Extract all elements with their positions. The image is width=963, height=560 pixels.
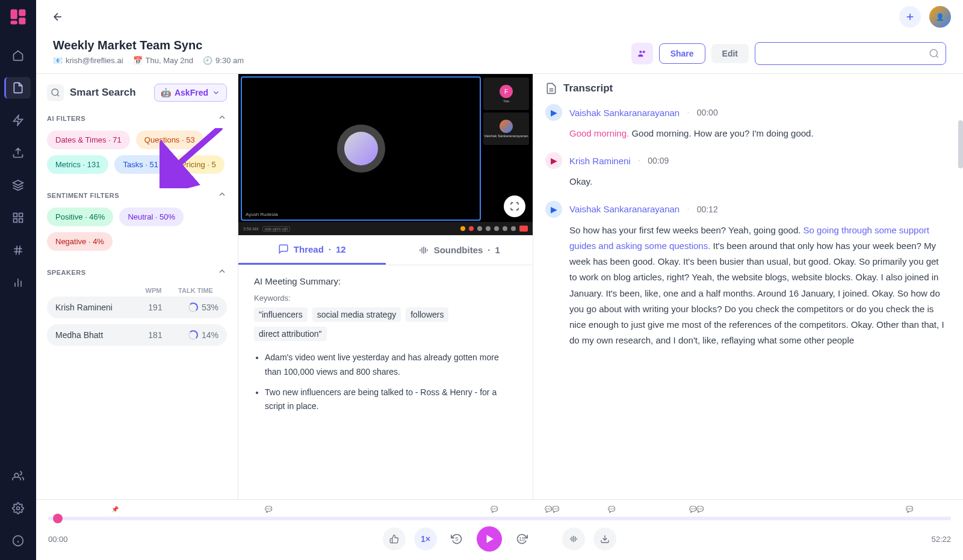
keyword-tag[interactable]: "influencers [254, 307, 308, 322]
thread-icon [278, 244, 289, 254]
svg-rect-7 [19, 219, 23, 223]
filter-pricing[interactable]: Pricing · 5 [173, 155, 224, 174]
svg-point-23 [642, 51, 645, 53]
timeline-mark-icon: 💬💬 [545, 506, 559, 512]
search-input[interactable] [761, 49, 929, 58]
nav-home[interactable] [5, 45, 31, 66]
sentiment-label: SENTIMENT FILTERS [47, 192, 119, 199]
nav-team[interactable] [5, 465, 31, 487]
nav-hash[interactable] [5, 239, 31, 261]
meeting-time: 🕘 9:30 am [203, 56, 244, 65]
tab-soundbites[interactable]: Soundbites · 1 [386, 235, 533, 265]
ai-filters-label: AI FILTERS [47, 115, 85, 122]
sentiment-positive[interactable]: Positive · 46% [47, 208, 113, 226]
svg-rect-5 [19, 214, 23, 217]
share-button[interactable]: Share [659, 43, 705, 64]
timeline-mark-icon: 💬 [265, 506, 272, 512]
nav-settings[interactable] [5, 497, 31, 519]
transcript-item[interactable]: ▶ Vaishak Sankaranarayanan · 00:12 So ho… [545, 201, 949, 349]
waveform-button[interactable] [562, 528, 585, 550]
timeline-mark-icon: 💬 [608, 506, 615, 512]
keywords-label: Keywords: [254, 294, 517, 303]
video-main-tile: Ayush Rudesia [241, 76, 481, 221]
keyword-tag[interactable]: social media strategy [312, 307, 401, 322]
filter-dates[interactable]: Dates & Times · 71 [47, 131, 130, 149]
mid-panel: Ayush Rudesia FYou Vaishak Sankaranaraya… [238, 74, 533, 499]
speaker-row[interactable]: Medha Bhatt 181 14% [47, 324, 227, 346]
download-button[interactable] [593, 528, 616, 550]
nav-upload[interactable] [5, 142, 31, 164]
play-button[interactable] [477, 526, 502, 552]
svg-line-27 [57, 94, 59, 96]
nav-analytics[interactable] [5, 272, 31, 294]
timeline[interactable] [48, 517, 951, 520]
nav-bolt[interactable] [5, 109, 31, 131]
keyword-tag[interactable]: direct attribution" [254, 327, 327, 341]
svg-rect-2 [19, 17, 25, 24]
transcript-item[interactable]: ▶ Krish Ramineni · 00:09 Okay. [545, 152, 949, 189]
user-avatar[interactable]: 👤 [929, 6, 951, 28]
add-button[interactable] [899, 6, 921, 28]
thumbs-up-button[interactable] [383, 528, 406, 550]
transcript-panel: Transcript ▶ Vaishak Sankaranarayanan · … [533, 74, 963, 499]
col-wpm: WPM [135, 287, 172, 294]
timeline-mark-icon: 💬💬 [689, 506, 704, 512]
svg-rect-0 [11, 10, 17, 19]
video-controls: 3:58 AM use-yprv-ojh [238, 222, 533, 235]
summary-panel: AI Meeting Summary: Keywords: "influence… [238, 265, 533, 499]
fullscreen-button[interactable] [504, 195, 525, 217]
sentiment-negative[interactable]: Negative · 4% [47, 232, 113, 251]
smart-search-icon [47, 84, 64, 101]
filter-metrics[interactable]: Metrics · 131 [47, 155, 108, 174]
filter-tasks[interactable]: Tasks · 51 [114, 155, 167, 174]
smart-search-label: Smart Search [70, 87, 136, 99]
transcript-icon [545, 82, 557, 94]
summary-tabs: Thread · 12 Soundbites · 1 [238, 235, 533, 265]
talk-ring-icon [188, 330, 198, 340]
nav-info[interactable] [5, 530, 31, 552]
svg-point-22 [639, 51, 642, 53]
player-bar: 📌 💬 💬 💬💬 💬 💬💬 💬 00:00 1× 5 15 [36, 499, 963, 560]
video-tile[interactable]: FYou [483, 78, 529, 110]
nav-notes[interactable] [4, 77, 31, 99]
speaker-avatar-icon: ▶ [545, 104, 562, 121]
main-area: 👤 Weekly Market Team Sync 📧 krish@firefl… [36, 0, 963, 560]
soundbites-icon [418, 245, 429, 256]
chevron-down-icon [212, 88, 220, 97]
rewind-5-button[interactable]: 5 [445, 528, 468, 550]
forward-15-button[interactable]: 15 [510, 528, 533, 550]
svg-line-10 [16, 246, 17, 255]
keyword-tag[interactable]: followers [406, 307, 448, 322]
participants-icon[interactable] [631, 43, 653, 64]
nav-rail [0, 0, 36, 560]
askfred-button[interactable]: 🤖 AskFred [154, 84, 227, 102]
video-player[interactable]: Ayush Rudesia FYou Vaishak Sankaranaraya… [238, 74, 533, 235]
speaker-row[interactable]: Krish Ramineni 191 53% [47, 297, 227, 318]
speed-button[interactable]: 1× [414, 528, 437, 550]
transcript-item[interactable]: ▶ Vaishak Sankaranarayanan · 00:00 Good … [545, 104, 949, 141]
topbar: 👤 [36, 0, 963, 34]
playhead[interactable] [53, 514, 63, 523]
edit-button[interactable]: Edit [711, 44, 749, 63]
nav-layers[interactable] [5, 174, 31, 196]
transcript-label: Transcript [563, 82, 613, 94]
speakers-collapse[interactable] [217, 266, 227, 278]
nav-apps[interactable] [5, 207, 31, 229]
tab-thread[interactable]: Thread · 12 [238, 235, 386, 265]
filter-questions[interactable]: Questions · 53 [136, 131, 203, 149]
svg-line-11 [19, 246, 20, 255]
ai-filters-collapse[interactable] [217, 112, 227, 125]
sentiment-neutral[interactable]: Neutral · 50% [119, 208, 184, 226]
timeline-mark-icon: 💬 [491, 506, 498, 512]
meeting-title: Weekly Market Team Sync [53, 38, 244, 52]
svg-point-24 [930, 49, 937, 57]
timeline-mark-icon: 💬 [906, 506, 913, 512]
scrollbar[interactable] [958, 120, 963, 168]
summary-bullet: Adam's video went live yesterday and has… [265, 351, 517, 380]
video-tile[interactable]: Vaishak Sankaranarayanan [483, 112, 529, 145]
meeting-date: 📅 Thu, May 2nd [133, 56, 194, 65]
speakers-label: SPEAKERS [47, 269, 86, 276]
back-button[interactable] [48, 7, 67, 26]
search-box[interactable] [755, 42, 946, 65]
sentiment-collapse[interactable] [217, 189, 227, 202]
